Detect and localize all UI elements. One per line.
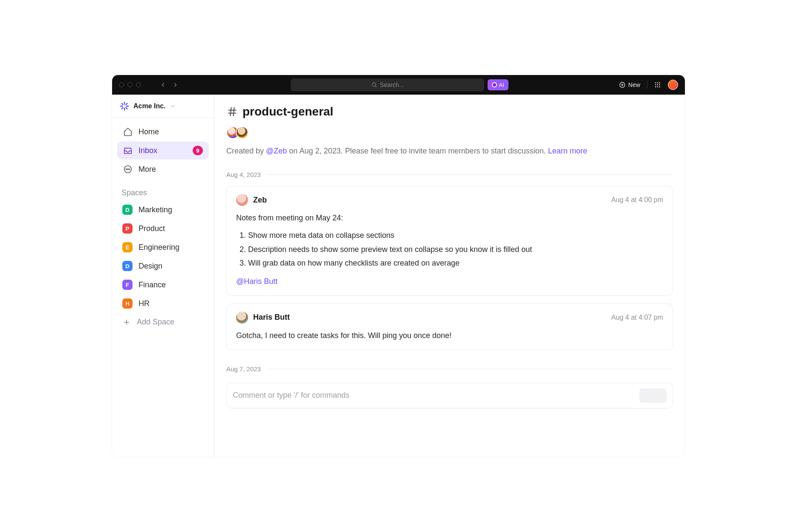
chevron-down-icon <box>170 104 175 109</box>
space-item-marketing[interactable]: D Marketing <box>117 201 209 219</box>
svg-line-20 <box>122 107 123 109</box>
svg-point-25 <box>129 169 130 170</box>
ai-label: AI <box>499 82 504 88</box>
ai-button[interactable]: AI <box>488 79 508 90</box>
ai-icon <box>492 82 497 87</box>
add-space-label: Add Space <box>137 318 174 327</box>
apps-grid-icon <box>654 81 661 88</box>
svg-line-19 <box>126 107 127 109</box>
workspace-logo-icon <box>120 101 129 111</box>
workspace-name: Acme Inc. <box>133 102 166 110</box>
workspace-switcher[interactable]: Acme Inc. <box>112 95 214 118</box>
inbox-icon <box>123 146 133 155</box>
message-body: Gotcha, I need to create tasks for this.… <box>236 330 663 342</box>
message-list-item: Description needs to show some preview t… <box>248 243 663 257</box>
divider <box>647 81 647 89</box>
member-avatars[interactable] <box>226 126 673 139</box>
message-author: Zeb <box>253 196 267 205</box>
svg-line-30 <box>230 107 231 116</box>
channel-title: product-general <box>243 105 333 119</box>
space-label: Engineering <box>139 243 179 252</box>
spaces-section-label: Spaces <box>112 181 214 201</box>
space-icon: D <box>122 205 133 215</box>
creator-mention[interactable]: @Zeb <box>266 147 287 155</box>
plus-icon <box>122 318 131 327</box>
home-icon <box>123 127 133 136</box>
space-icon: D <box>122 261 133 271</box>
message-card: Zeb Aug 4 at 4:00 pm Notes from meeting … <box>226 186 673 296</box>
send-button[interactable] <box>639 388 667 403</box>
channel-subheader: Created by @Zeb on Aug 2, 2023. Please f… <box>226 147 673 156</box>
message-timestamp: Aug 4 at 4:07 pm <box>611 314 663 321</box>
message-card: Haris Butt Aug 4 at 4:07 pm Gotcha, I ne… <box>226 304 673 350</box>
svg-point-10 <box>659 84 660 86</box>
author-avatar[interactable] <box>236 312 248 324</box>
space-item-finance[interactable]: F Finance <box>117 276 209 294</box>
space-item-engineering[interactable]: E Engineering <box>117 238 209 256</box>
space-icon: F <box>122 280 133 290</box>
svg-point-9 <box>657 84 658 86</box>
space-label: HR <box>139 299 150 308</box>
new-label: New <box>628 81 640 88</box>
maximize-window-button[interactable] <box>136 82 141 87</box>
author-avatar[interactable] <box>236 194 248 206</box>
nav-inbox-label: Inbox <box>139 146 157 155</box>
channel-content: product-general Created by @Zeb on Aug 2… <box>214 95 685 457</box>
search-placeholder: Search... <box>380 81 404 88</box>
nav-home[interactable]: Home <box>117 123 209 141</box>
svg-point-6 <box>657 82 658 84</box>
global-search[interactable]: Search... <box>291 78 484 91</box>
more-icon <box>123 165 133 174</box>
titlebar: Search... AI New <box>112 75 685 95</box>
close-window-button[interactable] <box>119 82 124 87</box>
space-item-design[interactable]: D Design <box>117 257 209 275</box>
svg-point-24 <box>127 169 128 170</box>
svg-point-12 <box>657 86 658 87</box>
svg-point-23 <box>126 169 127 170</box>
divider-line <box>267 174 673 175</box>
user-mention[interactable]: @Haris Butt <box>236 275 277 288</box>
nav-home-label: Home <box>139 127 159 136</box>
svg-line-1 <box>375 86 377 87</box>
search-icon <box>371 82 377 88</box>
message-lead: Notes from meeting on May 24: <box>236 212 663 224</box>
svg-line-21 <box>126 103 127 104</box>
svg-point-0 <box>373 83 376 86</box>
user-avatar[interactable] <box>668 80 678 90</box>
date-divider: Aug 7, 2023 <box>226 365 673 373</box>
space-label: Product <box>139 224 165 233</box>
svg-line-18 <box>122 103 123 104</box>
inbox-badge: 9 <box>193 146 203 155</box>
space-icon: E <box>122 242 133 252</box>
svg-point-8 <box>655 84 656 86</box>
nav-inbox[interactable]: Inbox 9 <box>117 142 209 159</box>
space-item-product[interactable]: P Product <box>117 220 209 237</box>
svg-point-11 <box>655 86 656 87</box>
space-item-hr[interactable]: H HR <box>117 295 209 312</box>
comment-input[interactable] <box>233 391 634 400</box>
space-label: Finance <box>139 280 166 289</box>
date-label: Aug 7, 2023 <box>226 365 261 373</box>
plus-circle-icon <box>619 81 626 88</box>
message-list-item: Will grab data on how many checklists ar… <box>248 256 663 270</box>
minimize-window-button[interactable] <box>127 82 133 87</box>
apps-menu-button[interactable] <box>654 81 661 88</box>
comment-composer[interactable] <box>226 383 673 408</box>
date-label: Aug 4, 2023 <box>226 171 261 178</box>
nav-back-button[interactable] <box>158 80 168 90</box>
learn-more-link[interactable]: Learn more <box>548 147 587 155</box>
new-button[interactable]: New <box>619 81 640 88</box>
svg-point-7 <box>659 82 660 84</box>
sidebar: Acme Inc. Home Inbox 9 More Spaces <box>112 95 214 457</box>
space-label: Marketing <box>139 205 172 214</box>
add-space-button[interactable]: Add Space <box>117 313 209 331</box>
space-icon: H <box>122 298 133 309</box>
member-avatar <box>236 126 248 139</box>
svg-line-31 <box>233 107 234 116</box>
nav-more[interactable]: More <box>117 160 209 178</box>
hash-icon <box>226 106 238 118</box>
svg-point-5 <box>655 82 656 84</box>
app-window: Search... AI New <box>112 75 685 457</box>
window-controls <box>119 82 141 87</box>
nav-forward-button[interactable] <box>170 80 180 90</box>
